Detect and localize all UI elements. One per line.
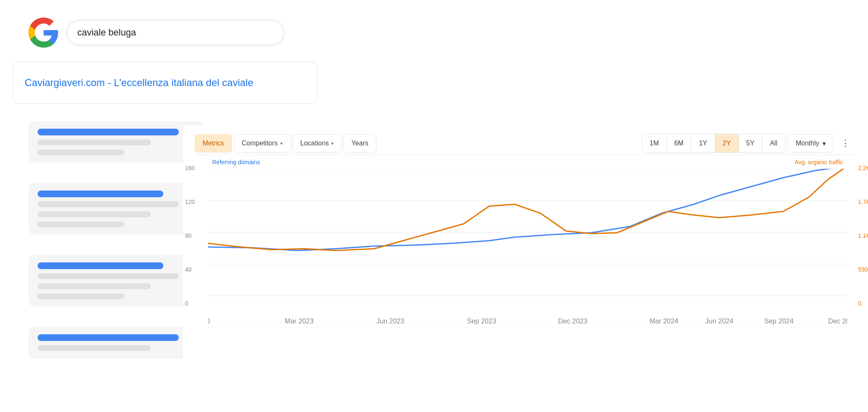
chart-legend: Referring domains Avg. organic traffic bbox=[208, 159, 847, 165]
metrics-button[interactable]: Metrics bbox=[195, 134, 232, 153]
toolbar-left: Metrics Competitors ▾ Locations ▾ Years bbox=[195, 134, 376, 153]
skeleton-item-2 bbox=[28, 183, 204, 235]
y-right-17k: 1.7K bbox=[858, 198, 868, 205]
skeleton-gray-3a bbox=[38, 273, 179, 279]
svg-text:Sep 2024: Sep 2024 bbox=[764, 317, 794, 325]
skeleton-gray-1a bbox=[38, 140, 151, 145]
svg-text:Dec 2023: Dec 2023 bbox=[558, 317, 587, 325]
legend-referring-domains: Referring domains bbox=[212, 159, 260, 165]
skeleton-gray-3c bbox=[38, 293, 124, 299]
search-text: caviale beluga bbox=[77, 27, 136, 38]
years-button[interactable]: Years bbox=[343, 134, 376, 153]
svg-text:Mar 2024: Mar 2024 bbox=[650, 317, 678, 325]
legend-organic-traffic: Avg. organic traffic bbox=[795, 159, 843, 165]
y-right-550: 550 bbox=[858, 266, 868, 273]
more-options-button[interactable]: ⋮ bbox=[836, 134, 855, 153]
skeleton-gray-3b bbox=[38, 283, 151, 289]
svg-text:Mar 2023: Mar 2023 bbox=[285, 317, 314, 325]
chart-panel: Metrics Competitors ▾ Locations ▾ Years … bbox=[183, 125, 868, 412]
period-1m-button[interactable]: 1M bbox=[642, 134, 667, 153]
period-1y-button[interactable]: 1Y bbox=[691, 134, 715, 153]
locations-chevron-icon: ▾ bbox=[331, 141, 334, 146]
skeleton-item-1 bbox=[28, 121, 204, 163]
skeleton-blue-1 bbox=[38, 129, 179, 135]
skeleton-gray-2c bbox=[38, 221, 124, 227]
svg-text:Sep 2023: Sep 2023 bbox=[467, 317, 496, 325]
y-right-22k: 2.2K bbox=[858, 165, 868, 171]
chart-svg: 0 Mar 2023 Jun 2023 Sep 2023 Dec 2023 Ma… bbox=[208, 169, 847, 328]
svg-text:Jun 2024: Jun 2024 bbox=[705, 317, 733, 325]
search-bar[interactable]: caviale beluga bbox=[67, 20, 284, 45]
y-left-40: 40 bbox=[185, 266, 195, 273]
y-left-80: 80 bbox=[185, 232, 195, 239]
skeleton-item-4 bbox=[28, 327, 204, 359]
period-buttons-group: 1M 6M 1Y 2Y 5Y All bbox=[642, 134, 785, 153]
dots-icon: ⋮ bbox=[841, 138, 850, 149]
monthly-chevron-icon: ▾ bbox=[822, 140, 826, 148]
skeleton-item-3 bbox=[28, 255, 204, 307]
y-left-120: 120 bbox=[185, 198, 195, 205]
period-2y-button[interactable]: 2Y bbox=[715, 134, 739, 153]
chart-area: Referring domains Avg. organic traffic 0 bbox=[183, 155, 868, 412]
skeleton-gray-1b bbox=[38, 150, 124, 155]
svg-text:Jun 2023: Jun 2023 bbox=[376, 317, 404, 325]
skeleton-blue-2 bbox=[38, 191, 163, 197]
y-left-160: 160 bbox=[185, 165, 195, 171]
result-card: Caviargiaveri.com - L'eccellenza italian… bbox=[13, 62, 317, 104]
y-right-11k: 1.1K bbox=[858, 232, 868, 239]
google-logo bbox=[28, 18, 58, 48]
svg-text:Dec 2024: Dec 2024 bbox=[828, 317, 847, 325]
skeleton-results bbox=[28, 121, 204, 359]
toolbar: Metrics Competitors ▾ Locations ▾ Years … bbox=[183, 125, 868, 155]
svg-text:0: 0 bbox=[208, 317, 210, 325]
chart-container: 0 Mar 2023 Jun 2023 Sep 2023 Dec 2023 Ma… bbox=[208, 169, 847, 328]
competitors-chevron-icon: ▾ bbox=[280, 141, 283, 146]
result-link[interactable]: Caviargiaveri.com - L'eccellenza italian… bbox=[25, 77, 254, 89]
y-right-0: 0 bbox=[858, 300, 868, 307]
skeleton-blue-3 bbox=[38, 262, 163, 269]
period-6m-button[interactable]: 6M bbox=[667, 134, 691, 153]
skeleton-gray-2b bbox=[38, 211, 151, 217]
competitors-button[interactable]: Competitors ▾ bbox=[234, 134, 291, 153]
period-all-button[interactable]: All bbox=[762, 134, 785, 153]
y-left-0: 0 bbox=[185, 300, 195, 307]
skeleton-blue-4 bbox=[38, 334, 179, 341]
skeleton-gray-4a bbox=[38, 345, 151, 351]
period-5y-button[interactable]: 5Y bbox=[739, 134, 763, 153]
toolbar-right: 1M 6M 1Y 2Y 5Y All Monthly ▾ ⋮ bbox=[642, 134, 868, 153]
monthly-button[interactable]: Monthly ▾ bbox=[788, 134, 834, 153]
locations-button[interactable]: Locations ▾ bbox=[292, 134, 342, 153]
skeleton-gray-2a bbox=[38, 201, 179, 207]
